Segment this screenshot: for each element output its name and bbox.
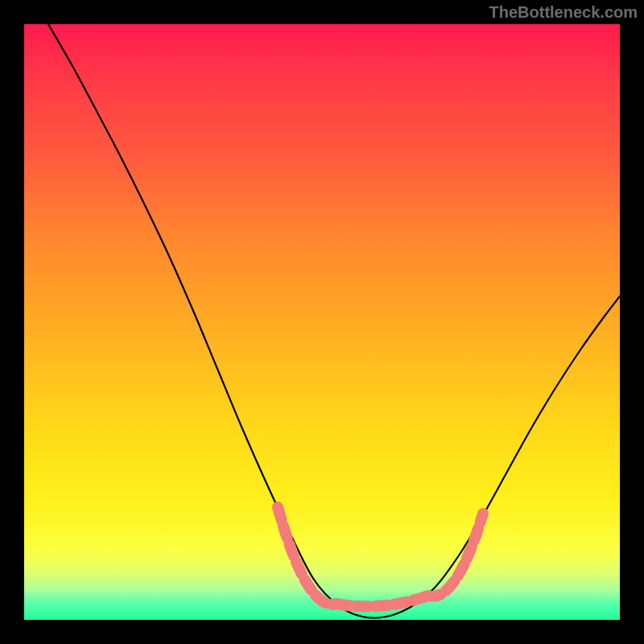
gradient-plot-area xyxy=(24,24,620,620)
chart-frame: TheBottleneck.com xyxy=(0,0,644,644)
watermark-text: TheBottleneck.com xyxy=(489,3,638,22)
